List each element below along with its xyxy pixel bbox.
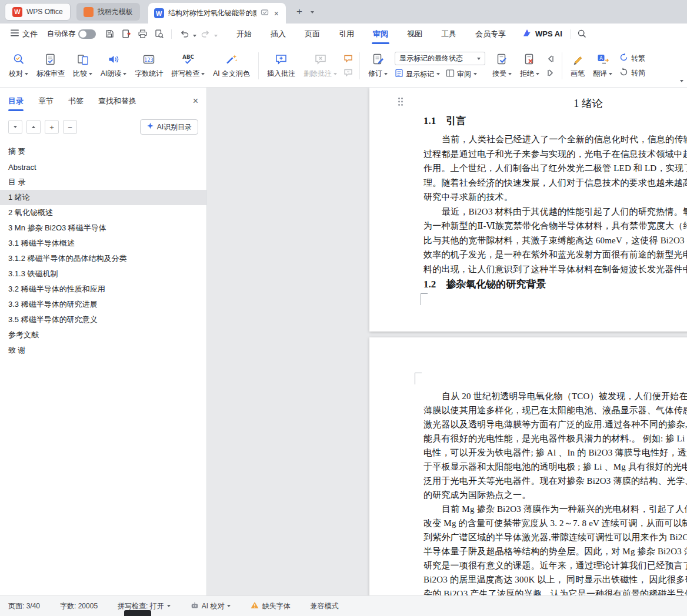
to-traditional-button[interactable]: 转繁 [619, 53, 645, 63]
sidebar-tab-bookmarks[interactable]: 书签 [68, 88, 84, 115]
track-changes-button[interactable]: 修订 [364, 49, 392, 82]
toc-item[interactable]: 3.1.3 铁磁机制 [0, 266, 206, 282]
tab-template[interactable]: 找稻壳模板 [76, 3, 140, 21]
export-pdf-icon[interactable] [118, 26, 134, 42]
text-line[interactable]: 比与其他的宽带隙材料，其激子束缚能高达 60meV，这使得 Bi2O3 在室 [423, 233, 687, 248]
page-indicator[interactable]: 页面: 3/40 [8, 601, 40, 611]
tab-review[interactable]: 审阅 [363, 24, 398, 44]
document-page-1[interactable]: 1 绪论 1.1 引言 当前，人类社会已经进入了一个全新的信息化时代，信息的传输… [369, 88, 687, 332]
spellcheck-status[interactable]: 拼写检查: 打开 [118, 601, 171, 611]
text-line[interactable]: 电性，可以开发为铁电器件; 掺 Al 、In 的 Bi2O3 薄膜导电性好，透过… [423, 446, 687, 460]
text-line[interactable]: 改变 Mg 的含量可使禁带宽度从 3. 2～7. 8 eV 连续可调，从而可以制 [423, 516, 687, 530]
previous-comment-icon[interactable] [343, 54, 353, 63]
toc-item[interactable]: 致 谢 [0, 343, 206, 358]
text-line[interactable]: 目前 Mg 掺杂 Bi2O3 薄膜作为一种新兴的光电材料，引起了人们的浓 [423, 502, 687, 516]
text-line[interactable]: 于平板显示器和太阳能电池的透明电极 ; 掺 Li 、Mg 具有很好的光电性 [423, 460, 687, 474]
delete-comment-button[interactable]: 删除批注 [299, 49, 341, 82]
spell-check-button[interactable]: ABC 拼写检查 [167, 49, 209, 82]
toc-item[interactable]: 3 Mn 掺杂 Bi2O3 稀磁半导体 [0, 220, 206, 236]
text-line[interactable]: 效率的机子发光，是一种在紫外和蓝光发射方面很有前途的新型光电子材 [423, 247, 687, 262]
reject-button[interactable]: 拒绝 [516, 49, 543, 82]
text-line[interactable]: 半导体量子阱及超晶格等结构的势垒层。因此，对 Mg 掺杂 Bi2O3 薄膜的 [423, 544, 687, 558]
autosave-toggle[interactable] [78, 29, 96, 39]
sidebar-tab-contents[interactable]: 目录 [8, 88, 24, 115]
insert-comment-button[interactable]: 插入批注 [263, 49, 299, 82]
tab-document[interactable]: W 结构对称性对氧化铋能带的影 × [148, 3, 286, 24]
toc-item[interactable]: 3.5 稀磁半导体的研究意义 [0, 312, 206, 327]
missing-font-warning[interactable]: 缺失字体 [251, 601, 290, 611]
text-line[interactable]: 为一种新型的Ⅱ-Ⅵ族宽禁带化合物半导体材料，具有禁带宽度大（约 3.3 [423, 219, 687, 233]
toc-item[interactable]: 参考文献 [0, 327, 206, 343]
wps-ai-button[interactable]: WPS AI [522, 28, 562, 39]
markup-state-select[interactable]: 显示标记的最终状态 [395, 52, 485, 65]
search-icon[interactable] [575, 26, 590, 42]
pen-button[interactable]: 画笔 [566, 49, 589, 82]
sidebar-tab-find-replace[interactable]: 查找和替换 [98, 88, 136, 115]
text-line[interactable]: 到紫外广谱区域的半导体激光器,带隙连续可调性可以用来作为 Bi2O3 / M [423, 530, 687, 544]
show-markup-button[interactable]: 显示标记 [395, 69, 440, 79]
next-comment-icon[interactable] [343, 68, 353, 77]
text-line[interactable]: 泛用于光电开关等光电器件。现在对掺杂 Bi2O3 薄膜的结构、光学、电学 [423, 474, 687, 488]
toc-item[interactable]: 2 氧化铋概述 [0, 205, 206, 220]
print-preview-icon[interactable] [151, 26, 166, 42]
text-line[interactable]: 过程都是通过电子和光子来参与实现的，光电子在信息技术领域中起到了 [423, 147, 687, 162]
expand-all-button[interactable] [8, 120, 22, 134]
text-line[interactable]: 最近，Bi2O3 材料由于其优越的性能引起了人们的研究热情。氧化铋 [423, 205, 687, 219]
tab-member[interactable]: 会员专享 [466, 24, 515, 44]
toc-item[interactable]: 3.2 稀磁半导体的性质和应用 [0, 282, 206, 297]
text-line[interactable]: 自从 20 世纪初透明导电氧化物（TCO）被发现，人们便开始在各种材 [423, 389, 687, 403]
tab-home[interactable]: 开始 [227, 24, 261, 44]
text-line[interactable]: 能具有很好的光电性能，是光电器件极具潜力的材料.。 例如: 掺 Li 的 Bi [423, 431, 687, 446]
expand-level-button[interactable]: + [45, 120, 59, 134]
toc-item[interactable]: 摘 要 [0, 144, 206, 159]
tab-list-caret-icon[interactable] [311, 5, 314, 16]
undo-icon[interactable] [176, 26, 192, 42]
autosave-control[interactable]: 自动保存 [47, 29, 96, 39]
print-icon[interactable] [135, 26, 150, 42]
word-count-indicator[interactable]: 字数: 20005 [60, 601, 98, 611]
collapse-level-button[interactable]: − [63, 120, 77, 134]
text-line[interactable]: 激光器以及透明导电薄膜等方面有广泛的应用.通过各种不同的掺杂,氧 [423, 417, 687, 431]
file-menu-button[interactable]: 文件 [7, 29, 41, 39]
next-change-icon[interactable] [545, 68, 556, 77]
undo-caret-icon[interactable] [193, 29, 196, 39]
collapse-ribbon-icon[interactable] [680, 74, 683, 85]
sidebar-tab-sections[interactable]: 章节 [38, 88, 54, 115]
close-tab-icon[interactable]: × [273, 9, 280, 18]
standard-review-button[interactable]: 标准审查 [32, 49, 69, 82]
previous-change-icon[interactable] [545, 54, 556, 63]
new-tab-button[interactable]: + [292, 4, 307, 19]
document-page-2[interactable]: 自从 20 世纪初透明导电氧化物（TCO）被发现，人们便开始在各种材 薄膜以使其… [369, 337, 687, 595]
accept-button[interactable]: 接受 [488, 49, 516, 82]
toc-item[interactable]: Abstract [0, 159, 206, 175]
toc-item[interactable]: 3.1 稀磁半导体概述 [0, 236, 206, 251]
toc-item[interactable]: 3.3 稀磁半导体的研究进展 [0, 297, 206, 312]
text-line[interactable]: 的研究成为国际热点之一。 [423, 488, 687, 502]
ai-read-button[interactable]: AI朗读 [96, 49, 131, 82]
tab-page[interactable]: 页面 [295, 24, 329, 44]
chapter-title[interactable]: 1 绪论 [423, 96, 687, 111]
text-line[interactable]: 杂的 Bi2O3 产生了浓厚的兴趣，认为它是一种很有前景的稀磁半导体材 [423, 587, 687, 595]
translate-button[interactable]: A 翻译 [589, 49, 616, 82]
tab-wps-office[interactable]: W WPS Office [5, 3, 71, 21]
tab-insert[interactable]: 插入 [261, 24, 295, 44]
compare-button[interactable]: 比较 [69, 49, 96, 82]
section-heading-1-2[interactable]: 1.2 掺杂氧化铋的研究背景 [423, 277, 687, 292]
text-line[interactable]: 理。随着社会经济的快速发展，人们对于信息技术的要求也越来越高，一 [423, 176, 687, 190]
text-line[interactable]: 料的出现，让人们意识到了这种半导体材料在制备短波长发光器件中的 [423, 262, 687, 277]
tab-view[interactable]: 视图 [398, 24, 432, 44]
text-line[interactable]: 研究是一项很有意义的课题。近年来，通过理论计算我们已经预言了 Mg [423, 558, 687, 573]
close-sidebar-icon[interactable]: × [193, 96, 198, 106]
section-heading-1-1[interactable]: 1.1 引言 [423, 114, 687, 128]
text-line[interactable]: 作用。上个世纪，人们制备出了红外发光二极管 LED 和 LD，实现了光通信 [423, 161, 687, 176]
text-line[interactable]: 当前，人类社会已经进入了一个全新的信息化时代，信息的传输、处 [423, 132, 687, 147]
text-line[interactable]: 研究中寻求新的技术。 [423, 190, 687, 205]
proof-button[interactable]: 校对 [5, 49, 32, 82]
collapse-all-button[interactable] [26, 120, 41, 134]
ai-recognize-toc-button[interactable]: AI识别目录 [140, 119, 198, 135]
text-line[interactable]: 薄膜以使其用途多样化，现已在太阳能电池、液晶显示器、气体传感器、 [423, 403, 687, 417]
tab-tools[interactable]: 工具 [432, 24, 466, 44]
text-line[interactable]: Bi2O3 的居里温度高达 300K 以上， 同时显示出铁磁性， 因此很多研究者 [423, 573, 687, 587]
toc-item-selected[interactable]: 1 绪论 [0, 190, 206, 205]
ai-proof-status[interactable]: AI 校对 [191, 601, 231, 611]
